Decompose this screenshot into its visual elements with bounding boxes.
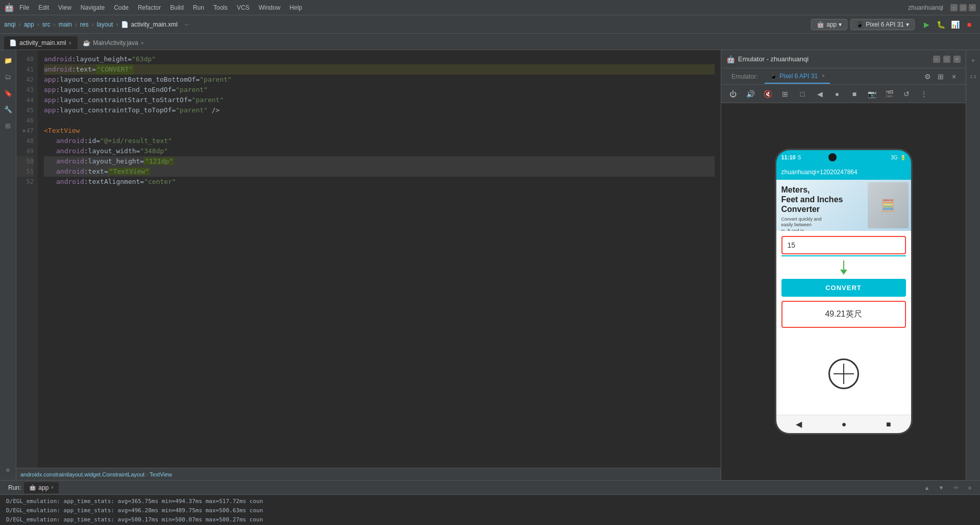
filter-button[interactable]: ≡ [964,482,976,494]
tab-activity-main-xml[interactable]: 📄 activity_main.xml × [4,36,78,50]
emulator-close-panel-icon[interactable]: × [947,70,961,83]
emulator-device-tab[interactable]: 📱 Pixel 6 API 31 × [765,69,830,84]
phone-recents-button[interactable]: ■ [886,420,891,429]
fold-button[interactable]: □ [796,87,809,101]
emulator-expand[interactable]: □ [943,56,950,63]
run-tab-close[interactable]: × [51,485,54,490]
emulator-close[interactable]: × [953,56,961,63]
menu-navigate[interactable]: Navigate [77,2,109,13]
stop-button[interactable]: ■ [963,18,976,31]
sidebar-bottom-icon[interactable]: ≡ [2,464,14,476]
code-line-44: app:layout_constraintStart_toStartOf="pa… [44,95,715,105]
back-nav-button[interactable]: ◀ [813,87,826,101]
breadcrumb-res[interactable]: res [80,21,89,28]
close-button[interactable]: × [969,4,976,11]
wrap-button[interactable]: ⤼ [949,482,962,494]
emulator-minimize[interactable]: – [933,56,940,63]
breadcrumb-file[interactable]: 📄 activity_main.xml [121,21,177,28]
emulator-settings-icon[interactable]: ⚙ [921,70,934,83]
code-content[interactable]: android:layout_height="63dp" android:tex… [38,50,721,468]
menu-code[interactable]: Code [110,2,133,13]
menu-tools[interactable]: Tools [209,2,232,13]
debug-button[interactable]: 🐛 [934,18,947,31]
emulator-label: Emulator: [726,70,763,83]
bc-textview[interactable]: TextView [150,471,172,478]
menu-build[interactable]: Build [166,2,188,13]
back-arrow-button[interactable]: ← [181,18,194,31]
maximize-button[interactable]: □ [960,4,967,11]
log-content[interactable]: D/EGL_emulation: app_time_stats: avg=365… [0,495,980,525]
volume-down-button[interactable]: 🔇 [761,87,774,101]
record-button[interactable]: 🎬 [883,87,896,101]
menu-file[interactable]: File [15,2,33,13]
menu-refactor[interactable]: Refactor [134,2,165,13]
run-app-tab[interactable]: 🤖 app × [24,482,59,493]
tab-mainactivity-java[interactable]: ☕ MainActivity.java × [78,36,150,50]
phone-back-button[interactable]: ◀ [796,419,802,429]
emulator-tab-bar: Emulator: 📱 Pixel 6 API 31 × ⚙ ⊞ × [721,68,966,85]
home-nav-button[interactable]: ● [830,87,844,101]
sidebar-project[interactable]: 🗂 [2,70,14,83]
phone-result-box: 49.21英尺 [781,301,906,328]
device-config-selector[interactable]: 📱 Pixel 6 API 31 ▾ [850,19,915,30]
breadcrumb-main[interactable]: main [59,21,72,28]
editor-breadcrumb: androidx.constraintlayout.widget.Constra… [16,468,721,480]
emulator-header: 🤖 Emulator - zhuanhuanqi – □ × [721,50,966,68]
emulator-title: Emulator - zhuanhuanqi [738,55,930,63]
code-line-51: android:text="TextView" [44,166,715,177]
phone-home-button[interactable]: ● [842,420,847,429]
minimize-button[interactable]: – [950,4,958,11]
menu-run[interactable]: Run [189,2,208,13]
right-plus-button[interactable]: + [967,54,979,66]
bc-constraint-layout[interactable]: androidx.constraintlayout.widget.Constra… [20,471,144,478]
code-line-40: android:layout_height="63dp" [44,54,715,64]
sidebar-bookmarks[interactable]: 🔖 [2,87,14,99]
screenshot-button[interactable]: 📷 [865,87,878,101]
phone-input-area: 15 CONVERT 49.21英尺 [776,231,911,333]
stop-button[interactable]: ■ [848,87,861,101]
sidebar-structure[interactable]: ⊞ [2,120,14,132]
run-config-selector[interactable]: 🤖 app ▾ [811,19,847,30]
more-options-button[interactable]: ⋮ [917,87,930,101]
tab-close-xml[interactable]: × [68,40,71,46]
breadcrumb-anqi[interactable]: anqi [4,21,16,28]
window-controls: – □ × [950,4,976,11]
tab-close-java[interactable]: × [141,40,144,46]
code-line-42: app:layout_constraintBottom_toBottomOf="… [44,75,715,85]
scroll-down-button[interactable]: ▼ [935,482,947,494]
menu-edit[interactable]: Edit [34,2,53,13]
menu-vcs[interactable]: VCS [233,2,254,13]
power-button[interactable]: ⏻ [726,87,740,101]
code-area[interactable]: 40 41 42 43 44 45 46 ⊙47 48 49 50 51 52 … [16,50,721,468]
java-tab-icon: ☕ [83,39,90,46]
phone-time: 11:10 [781,154,796,160]
scroll-up-button[interactable]: ▲ [921,482,933,494]
breadcrumb-app[interactable]: app [24,21,34,28]
menu-window[interactable]: Window [255,2,285,13]
phone-banner: Meters,Feet and InchesConverter Convert … [776,180,911,231]
emulator-panel-icon[interactable]: ⊞ [934,70,947,83]
breadcrumb-src[interactable]: src [42,21,51,28]
profile-button[interactable]: 📊 [948,18,962,31]
log-line-2: D/EGL_emulation: app_time_stats: avg=496… [6,506,974,515]
device-tab-close[interactable]: × [822,73,825,79]
rotate-screen-button[interactable]: ↺ [900,87,913,101]
rotate-button[interactable]: ⊞ [778,87,792,101]
sidebar-resource-manager[interactable]: 📁 [2,54,14,66]
emulator-panel: 🤖 Emulator - zhuanhuanqi – □ × Emulator:… [721,50,966,480]
volume-up-button[interactable]: 🔊 [744,87,757,101]
tabs-bar: 📄 activity_main.xml × ☕ MainActivity.jav… [0,34,980,50]
toolbar: anqi › app › src › main › res › layout ›… [0,15,980,34]
phone-input-box[interactable]: 15 [781,236,906,254]
menu-help[interactable]: Help [285,2,306,13]
bottom-tabs-bar: Run: 🤖 app × ▲ ▼ ⤼ ≡ [0,481,980,495]
breadcrumb-layout[interactable]: layout [96,21,113,28]
sidebar-build-variants[interactable]: 🔧 [2,103,14,115]
code-line-41: android:text="CONVERT" [44,64,715,75]
run-button[interactable]: ▶ [920,18,933,31]
right-ratio-button[interactable]: 1:1 [967,70,979,83]
menu-view[interactable]: View [54,2,76,13]
phone-convert-button[interactable]: CONVERT [781,279,906,297]
right-micro-toolbar: + 1:1 [966,50,980,480]
menu-bar: 🤖 File Edit View Navigate Code Refactor … [0,0,980,15]
